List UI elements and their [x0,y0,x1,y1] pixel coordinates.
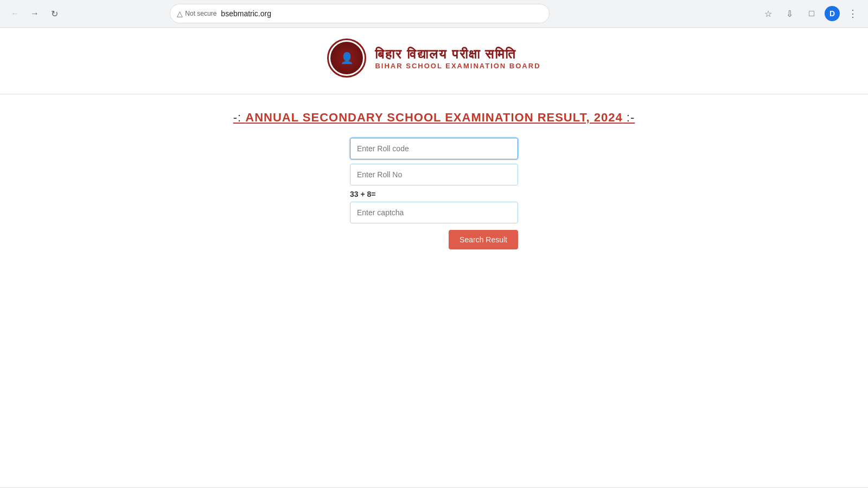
reload-button[interactable]: ↻ [46,5,63,22]
page-content: 👤 बिहार विद्यालय परीक्षा समिति BIHAR SCH… [0,28,868,249]
not-secure-indicator: △ Not secure [177,9,216,18]
english-subtitle: BIHAR SCHOOL EXAMINATION BOARD [375,62,540,70]
toolbar-right: ☆ ⇩ □ D ⋮ [760,5,861,22]
warning-icon: △ [177,9,183,18]
exam-title: -: ANNUAL SECONDARY SCHOOL EXAMINATION R… [233,111,635,125]
bookmark-button[interactable]: ☆ [760,5,777,22]
roll-no-input[interactable] [350,164,518,185]
forward-button[interactable]: → [26,5,43,22]
hindi-title: बिहार विद्यालय परीक्षा समिति [375,47,540,62]
more-options-button[interactable]: ⋮ [844,5,861,22]
roll-code-input[interactable] [350,138,518,159]
logo-inner: 👤 [330,42,363,74]
url-text: bsebmatric.org [221,9,542,18]
title-suffix: :- [623,111,635,124]
search-form: 33 + 8= Search Result [350,138,518,249]
header-text: बिहार विद्यालय परीक्षा समिति BIHAR SCHOO… [375,47,540,70]
nav-buttons: ← → ↻ [7,5,63,22]
header-section: 👤 बिहार विद्यालय परीक्षा समिति BIHAR SCH… [327,38,540,78]
browser-chrome: ← → ↻ △ Not secure bsebmatric.org ☆ ⇩ □ … [0,0,868,28]
browser-toolbar: ← → ↻ △ Not secure bsebmatric.org ☆ ⇩ □ … [0,0,868,27]
captcha-equation: 33 + 8= [350,190,518,198]
header-divider [0,94,868,94]
back-button[interactable]: ← [7,5,24,22]
title-prefix: -: [233,111,246,124]
download-button[interactable]: ⇩ [781,5,799,22]
logo-figure: 👤 [340,52,354,65]
address-bar[interactable]: △ Not secure bsebmatric.org [170,4,550,23]
board-logo: 👤 [327,38,366,78]
browser-menu-button[interactable]: □ [803,5,820,22]
title-main: ANNUAL SECONDARY SCHOOL EXAMINATION RESU… [245,111,622,124]
search-result-button[interactable]: Search Result [449,230,518,249]
captcha-input[interactable] [350,202,518,223]
not-secure-label: Not secure [185,10,216,17]
profile-button[interactable]: D [825,6,840,21]
